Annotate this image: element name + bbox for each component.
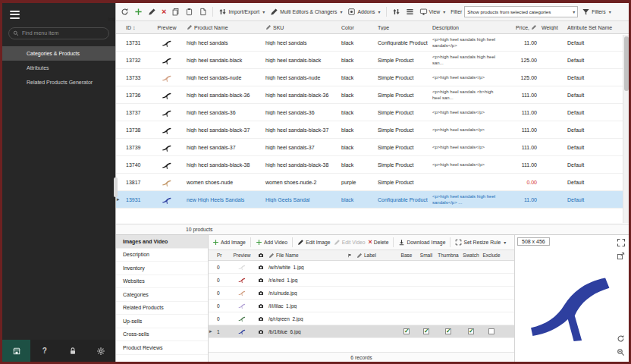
- detail-tab[interactable]: Websites: [116, 275, 208, 289]
- detail-tab[interactable]: Inventory: [116, 262, 208, 275]
- settings-button[interactable]: [87, 340, 115, 362]
- header-file-name[interactable]: File Name: [266, 253, 345, 259]
- cell-file-name[interactable]: /r/e/red_1.jpg: [266, 278, 345, 283]
- product-row[interactable]: 13737 high heel sandals-36 high heel san…: [116, 104, 629, 121]
- header-sku[interactable]: SKU: [263, 24, 339, 30]
- image-row[interactable]: ▸ 1 /b/1/blue_6.jpg: [209, 325, 514, 338]
- cell-swatch[interactable]: [460, 328, 482, 334]
- view-menu[interactable]: View▾: [418, 6, 447, 17]
- detail-tab[interactable]: Up-sells: [116, 315, 208, 328]
- edit-image-button[interactable]: Edit Image: [297, 239, 331, 246]
- product-row[interactable]: 13731 high heel sandals high heel sandal…: [116, 34, 629, 52]
- cell-sku[interactable]: high heel sandals-black-38: [263, 162, 339, 168]
- cell-product-name[interactable]: high heel sandals: [184, 40, 263, 46]
- delete-product-button[interactable]: ×: [160, 7, 168, 17]
- header-color[interactable]: Color: [339, 25, 375, 30]
- sort-button[interactable]: [391, 6, 402, 17]
- cell-file-name[interactable]: /l/i/lilac_1.jpg: [266, 303, 345, 309]
- cell-base[interactable]: [397, 328, 416, 334]
- swatch-checkbox[interactable]: [468, 328, 474, 334]
- cell-price[interactable]: 0.00: [501, 180, 539, 185]
- import-export-menu[interactable]: Import/Export▾: [217, 6, 266, 17]
- product-row[interactable]: 13732 high heel sandals-black high heel …: [116, 52, 629, 69]
- small-checkbox[interactable]: [423, 328, 429, 334]
- product-row[interactable]: 13738 high heel sandals-black-37 high he…: [116, 121, 629, 139]
- zoom-button[interactable]: [616, 347, 626, 357]
- base-checkbox[interactable]: [403, 328, 410, 334]
- cell-product-name[interactable]: high heel sandals-black: [184, 58, 263, 63]
- exclude-checkbox[interactable]: [488, 328, 494, 334]
- header-product-name[interactable]: Product Name: [184, 24, 263, 30]
- header-priority[interactable]: Pr: [215, 253, 228, 258]
- refresh-button[interactable]: [119, 6, 130, 17]
- cell-sku[interactable]: high heel sandals: [263, 40, 339, 46]
- addons-menu[interactable]: Addons▾: [346, 6, 381, 17]
- help-button[interactable]: ?: [30, 340, 58, 362]
- header-exclude[interactable]: Exclude: [482, 253, 501, 258]
- image-row[interactable]: 0 /l/i/lilac_1.jpg: [209, 300, 514, 312]
- cell-sku[interactable]: High Geels Sandal: [263, 197, 339, 202]
- sidebar-item[interactable]: Attributes: [2, 61, 115, 75]
- edit-product-button[interactable]: [146, 6, 158, 17]
- cell-price[interactable]: 111.00: [501, 162, 539, 168]
- cell-price[interactable]: 125.00: [501, 58, 539, 63]
- cell-product-name[interactable]: high heel sandals-nude: [184, 75, 263, 80]
- header-id[interactable]: ID↕: [124, 25, 149, 30]
- thumbnail-checkbox[interactable]: [445, 328, 451, 334]
- row-expand-arrow[interactable]: ▸: [116, 196, 124, 202]
- paste-button[interactable]: [184, 6, 195, 17]
- cell-file-name[interactable]: /w/h/white_1.jpg: [266, 265, 345, 270]
- add-product-button[interactable]: [133, 6, 144, 17]
- cell-exclude[interactable]: [482, 328, 501, 334]
- detail-tab[interactable]: Product Reviews: [116, 341, 208, 355]
- header-base[interactable]: Base: [397, 253, 416, 258]
- cell-price[interactable]: 111.00: [501, 110, 539, 115]
- product-row[interactable]: 13740 high heel sandals-black-38 high he…: [116, 156, 629, 174]
- cell-price[interactable]: 125.00: [501, 75, 539, 80]
- cell-price[interactable]: 11.00: [501, 40, 539, 46]
- header-label[interactable]: Label: [354, 253, 397, 259]
- add-video-button[interactable]: Add Video: [256, 239, 287, 246]
- cell-sku[interactable]: high heel sandals-nude: [263, 75, 339, 80]
- menu-search-input[interactable]: [22, 30, 105, 36]
- detail-tab[interactable]: Categories: [116, 288, 208, 302]
- image-row[interactable]: 0 /g/r/green_2.jpg: [209, 312, 514, 325]
- filters-button[interactable]: Filters▾: [580, 6, 613, 17]
- cell-product-name[interactable]: high heel sandals-37: [184, 145, 263, 150]
- cell-sku[interactable]: high heel sandals-37: [263, 145, 339, 150]
- open-external-button[interactable]: [616, 251, 626, 261]
- cell-sku[interactable]: high heel sandals-black-36: [263, 93, 339, 98]
- cell-product-name[interactable]: high heel sandals-36: [184, 110, 263, 115]
- detail-tab[interactable]: Cross-sells: [116, 328, 208, 342]
- set-resize-rule-button[interactable]: Set Resize Rule▾: [455, 239, 506, 246]
- product-row[interactable]: 13736 high heel sandals-black-36 high he…: [116, 86, 629, 104]
- document-button[interactable]: [197, 6, 209, 17]
- multi-editors-menu[interactable]: Multi Editors & Changers▾: [268, 6, 344, 17]
- fullscreen-button[interactable]: [616, 238, 626, 248]
- cell-product-name[interactable]: new High Heels Sandals: [184, 197, 263, 202]
- product-row[interactable]: 13733 high heel sandals-nude high heel s…: [116, 69, 629, 86]
- header-thumbnail[interactable]: Thumbna: [436, 253, 460, 258]
- lock-button[interactable]: [59, 340, 87, 362]
- cell-price[interactable]: 11.00: [501, 197, 539, 202]
- product-row[interactable]: ▸ 13931 new High Heels Sandals High Geel…: [116, 191, 629, 209]
- header-weight[interactable]: Weight: [539, 25, 565, 30]
- cell-file-name[interactable]: /g/r/green_2.jpg: [266, 316, 345, 322]
- detail-tab[interactable]: Images and Video: [116, 235, 208, 249]
- product-row[interactable]: 13817 women shoes-nude women shoes-nude-…: [116, 174, 629, 191]
- store-button[interactable]: [2, 340, 30, 362]
- cell-thumbnail[interactable]: [436, 328, 460, 334]
- filter-select[interactable]: Show products from selected categories▾: [464, 6, 578, 17]
- cell-sku[interactable]: high heel sandals-black-37: [263, 127, 339, 133]
- download-image-button[interactable]: Download Image: [398, 239, 445, 246]
- header-type[interactable]: Type: [375, 25, 430, 30]
- image-row[interactable]: 0 /r/e/red_1.jpg: [209, 274, 514, 287]
- delete-image-button[interactable]: ×Delete: [369, 239, 389, 246]
- header-attribute-set[interactable]: Attribute Set Name: [565, 25, 615, 30]
- cell-file-name[interactable]: /b/1/blue_6.jpg: [266, 329, 345, 334]
- cell-product-name[interactable]: women shoes-nude: [184, 180, 263, 185]
- image-row[interactable]: 0 /n/u/nude.jpg: [209, 287, 514, 300]
- cell-sku[interactable]: women shoes-nude-2: [263, 180, 339, 185]
- cell-small[interactable]: [416, 328, 436, 334]
- rotate-button[interactable]: [616, 334, 626, 344]
